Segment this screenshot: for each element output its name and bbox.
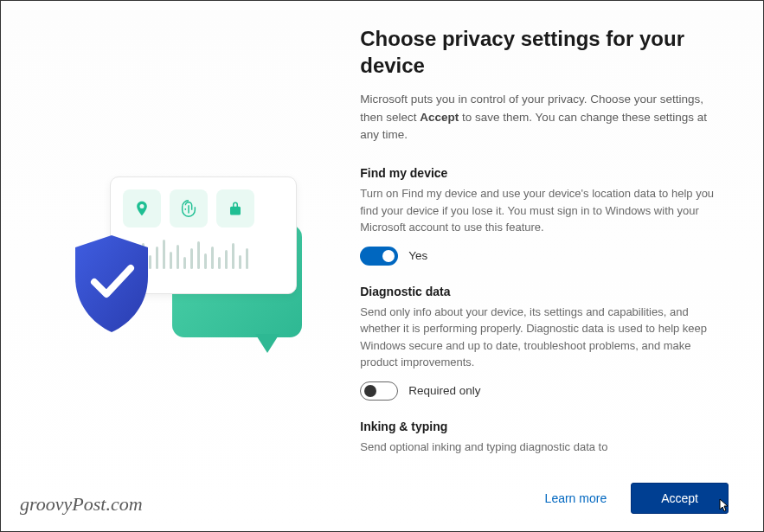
- location-pin-icon: [123, 189, 161, 228]
- find-my-device-toggle[interactable]: [360, 247, 398, 266]
- fingerprint-icon: [170, 189, 208, 228]
- illustration-panel: [1, 1, 351, 531]
- find-my-device-desc: Turn on Find my device and use your devi…: [360, 185, 729, 236]
- diagnostic-data-section: Diagnostic data Send only info about you…: [360, 285, 729, 401]
- shield-check-icon: [68, 234, 155, 334]
- privacy-illustration: [34, 163, 319, 370]
- diagnostic-data-desc: Send only info about your device, its se…: [360, 304, 729, 371]
- find-my-device-label: Yes: [408, 249, 427, 262]
- watermark-text: groovyPost.com: [20, 493, 143, 516]
- footer-actions: Learn more Accept: [545, 483, 729, 514]
- inking-typing-section: Inking & typing Send optional inking and…: [360, 420, 729, 456]
- diagnostic-data-title: Diagnostic data: [360, 285, 729, 298]
- find-my-device-section: Find my device Turn on Find my device an…: [360, 166, 729, 266]
- learn-more-link[interactable]: Learn more: [545, 491, 607, 505]
- page-subtitle: Microsoft puts you in control of your pr…: [360, 91, 729, 144]
- inking-typing-desc: Send optional inking and typing diagnost…: [360, 439, 729, 456]
- accept-button[interactable]: Accept: [631, 483, 729, 514]
- find-my-device-title: Find my device: [360, 166, 729, 180]
- inking-typing-title: Inking & typing: [360, 420, 729, 433]
- lock-icon: [216, 189, 254, 228]
- page-title: Choose privacy settings for your device: [360, 25, 729, 79]
- content-panel: Choose privacy settings for your device …: [351, 1, 763, 531]
- diagnostic-data-toggle[interactable]: [360, 381, 398, 401]
- diagnostic-data-label: Required only: [408, 384, 480, 397]
